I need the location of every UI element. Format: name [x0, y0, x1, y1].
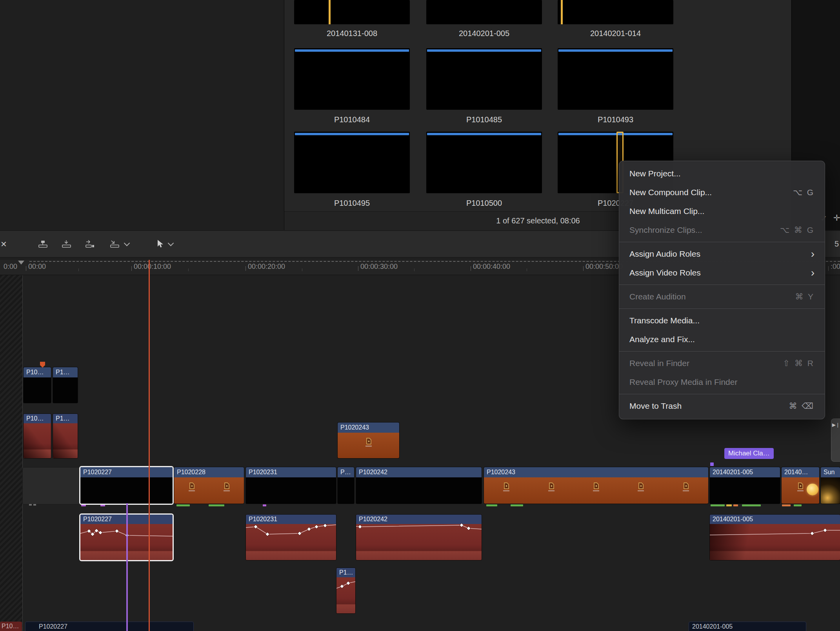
edit-options-chevron-icon[interactable] [125, 231, 129, 257]
menu-item-new-project[interactable]: New Project... [619, 164, 825, 183]
menu-item-new-multicam-clip[interactable]: New Multicam Clip... [619, 202, 825, 221]
connected-audio-clip-below-p1[interactable]: P1… [336, 568, 355, 613]
menu-separator [619, 242, 825, 242]
menu-item-assign-video-roles[interactable]: Assign Video Roles› [619, 263, 825, 282]
clip-body [710, 477, 780, 504]
skimmer-marker-icon [18, 261, 24, 265]
menu-item-reveal-in-finder: Reveal in Finder⇧ ⌘ R [619, 354, 825, 373]
menu-separator [619, 308, 825, 309]
role-color-tick [742, 504, 761, 506]
timeline-clip-p1020231[interactable]: P1020231 [246, 467, 336, 504]
role-color-tick [733, 504, 738, 506]
role-color-tick [81, 504, 86, 506]
menu-shortcut: ⌘ ⌫ [789, 401, 815, 411]
append-edit-button[interactable] [84, 231, 95, 257]
clip-body [174, 477, 244, 504]
timeline-clip-p1020228[interactable]: P1020228 [174, 467, 244, 504]
arrow-tool-button[interactable] [155, 231, 165, 257]
menu-item-new-compound-clip[interactable]: New Compound Clip...⌥ G [619, 183, 825, 202]
clip-title: P10… [24, 367, 51, 377]
audio-clip-20140201-005[interactable]: 20140201-005 [710, 515, 840, 560]
ruler-minor-tick [414, 268, 415, 271]
clip-body [246, 477, 336, 504]
clip-marker-flag-icon [40, 362, 45, 368]
timeline-clip-p1[interactable]: P1… [53, 367, 78, 403]
clip-title: Sun [821, 467, 840, 477]
connected-audio-clip-p10[interactable]: P10… [24, 414, 51, 458]
missing-title-badge-icon [637, 482, 645, 493]
timeline-clip-p10[interactable]: P10… [24, 367, 51, 403]
thumbnail-label: 20140201-005 [426, 28, 542, 38]
audio-clip-p1020242[interactable]: P1020242 [356, 515, 482, 560]
gap-clip[interactable] [22, 467, 81, 504]
playhead-mark-icon [329, 0, 331, 24]
audio-clip-p1020231[interactable]: P1020231 [246, 515, 336, 560]
clip-thumbnail-20140201-014[interactable] [558, 0, 673, 24]
connect-edit-button[interactable] [37, 231, 48, 257]
timeline-side-button[interactable]: ▶❘ [831, 419, 840, 462]
clip-thumbnail-20140201-005[interactable] [426, 0, 542, 24]
menu-item-move-to-trash[interactable]: Move to Trash⌘ ⌫ [619, 397, 825, 415]
insert-edit-button[interactable] [61, 231, 72, 257]
thumbnail-label: 20140131-008 [294, 28, 410, 38]
menu-item-assign-audio-roles[interactable]: Assign Audio Roles› [619, 245, 825, 263]
timeline-clip-p1020227[interactable]: P1020227 [80, 467, 173, 504]
audio-keyframes [336, 568, 355, 613]
clip-thumbnail-p1010493[interactable] [558, 48, 673, 110]
tool-select-chevron-icon[interactable] [169, 231, 173, 257]
timeline-clip-20140201-005[interactable]: 20140201-005 [710, 467, 780, 504]
timeline-clip-sun[interactable]: Sun [821, 467, 840, 504]
connected-audio-clip-p1[interactable]: P1… [53, 414, 78, 458]
clip-thumbnail-p1010500[interactable] [426, 132, 542, 193]
menu-separator [619, 285, 825, 285]
clip-body [80, 477, 173, 504]
close-icon[interactable]: ✕ [0, 239, 7, 249]
menu-item-transcode-media[interactable]: Transcode Media... [619, 311, 825, 330]
timeline-clip-p1020243[interactable]: P1020243 [484, 467, 708, 504]
menu-shortcut: ⇧ ⌘ R [783, 359, 815, 368]
clip-title: P… [338, 467, 354, 477]
thumbnail-label: P1010495 [294, 198, 410, 208]
ruler-tick [131, 266, 132, 271]
ruler-tick-label: 00:00:40:00 [473, 263, 510, 271]
missing-title-badge-icon [188, 482, 196, 493]
audio-waveform-body [53, 423, 78, 458]
menu-item-analyze-and-fix[interactable]: Analyze and Fix... [619, 330, 825, 349]
bottom-row-clip-p1020227[interactable]: P1020227 [25, 622, 194, 631]
timeline-clip-20140[interactable]: 20140… [782, 467, 819, 504]
clip-thumbnail-p1010484[interactable] [294, 48, 410, 110]
gap-handle-icon [33, 504, 36, 506]
clip-body [782, 477, 819, 504]
missing-title-badge-icon [223, 482, 231, 493]
ruler-tick [245, 266, 246, 271]
bottom-row-clip-20140201-005[interactable]: 20140201-005 [689, 622, 806, 631]
menu-item-create-audition: Create Audition⌘ Y [619, 287, 825, 306]
playhead[interactable] [149, 260, 150, 631]
overwrite-edit-button[interactable] [109, 231, 120, 257]
clip-body [53, 377, 78, 403]
move-tool-icon[interactable]: ✛ [833, 213, 840, 223]
timeline-clip-p1020242[interactable]: P1020242 [356, 467, 482, 504]
ruler-tick [26, 266, 26, 271]
clip-thumbnail-20140131-008[interactable] [294, 0, 410, 24]
timeline-clip-p[interactable]: P… [338, 467, 354, 504]
role-color-tick [711, 504, 725, 506]
clip-title: P10… [24, 414, 51, 423]
bottom-row-clip-p10[interactable]: P10… [0, 622, 22, 631]
audio-keyframes [356, 515, 482, 560]
chapter-marker-tag[interactable]: Michael Cla… [724, 448, 774, 459]
timeline-spine [0, 275, 23, 631]
clip-thumbnail-p1010495[interactable] [294, 132, 410, 193]
timeline-clip-p1020243[interactable]: P1020243 [338, 422, 399, 458]
clip-title: P1020242 [356, 467, 482, 477]
gap-handle-icon [29, 504, 32, 506]
role-color-tick [100, 504, 105, 506]
ruler-tick-label: :00 [831, 263, 840, 271]
menu-item-reveal-proxy-media-in-finder: Reveal Proxy Media in Finder [619, 373, 825, 392]
clip-thumbnail-p1010485[interactable] [426, 48, 542, 110]
marker-dot-icon [710, 462, 714, 466]
clip-title: P1020227 [80, 467, 173, 477]
role-color-tick [263, 504, 266, 506]
ruler-minor-tick [302, 268, 302, 271]
missing-title-badge-icon [796, 482, 804, 493]
